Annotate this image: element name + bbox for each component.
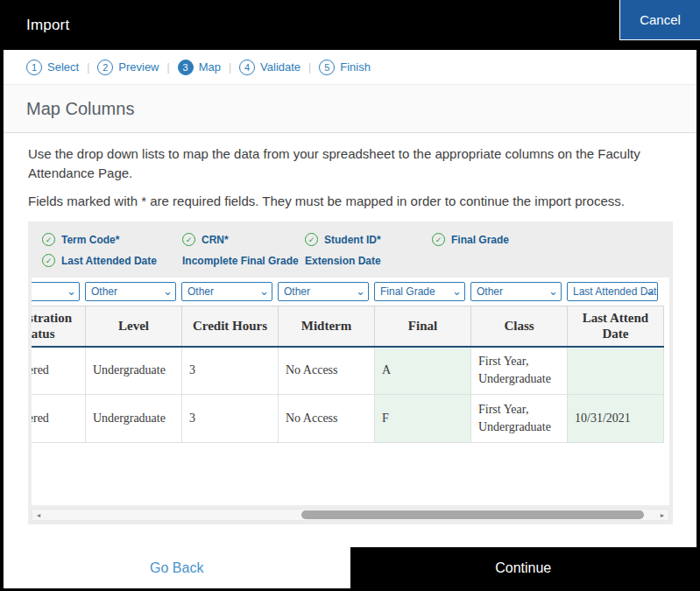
table-cell: No Access — [279, 347, 375, 395]
table-row: Registered Undergraduate 3 No Access A F… — [32, 347, 664, 395]
scrollbar-thumb[interactable] — [301, 510, 644, 519]
column-map-dropdown-1[interactable]: ⌄ — [32, 282, 80, 301]
preview-table: Registration Status Level Credit Hours M… — [32, 306, 664, 443]
table-cell: Undergraduate — [86, 395, 182, 443]
column-header: Last Attend Date — [568, 306, 664, 347]
table-header-row: Registration Status Level Credit Hours M… — [32, 306, 664, 347]
titlebar: Import Cancel — [0, 0, 700, 50]
chevron-down-icon: ⌄ — [452, 285, 462, 298]
horizontal-scrollbar[interactable]: ◄ ► — [32, 509, 669, 521]
step-divider: | — [308, 61, 311, 74]
step-divider: | — [87, 61, 89, 74]
dialog-body: 1 Select | 2 Preview | 3 Map | 4 Validat… — [4, 50, 696, 588]
scrolled-content: ⌄ Other ⌄ Other ⌄ Other ⌄ — [32, 278, 663, 443]
cancel-button[interactable]: Cancel — [619, 0, 700, 40]
step-select[interactable]: 1 Select — [26, 60, 79, 75]
column-map-dropdown-5[interactable]: Final Grade ⌄ — [374, 282, 465, 301]
step-divider: | — [229, 61, 231, 74]
table-cell: Undergraduate — [86, 347, 182, 395]
step-preview[interactable]: 2 Preview — [97, 60, 159, 75]
dropdown-value: Other — [91, 285, 117, 298]
mapping-status-crn: ✓ CRN* — [182, 233, 305, 246]
column-map-dropdown-6[interactable]: Other ⌄ — [470, 282, 562, 301]
instruction-paragraph: Fields marked with * are required fields… — [28, 192, 672, 211]
mapping-status-label: Incomplete Final Grade — [182, 255, 299, 267]
column-map-dropdown-7[interactable]: Last Attended Date ⌄ — [567, 282, 658, 301]
step-label: Select — [47, 60, 79, 74]
chevron-down-icon: ⌄ — [67, 285, 76, 298]
table-cell: Registered — [32, 395, 86, 443]
check-icon: ✓ — [432, 233, 445, 246]
column-map-dropdown-2[interactable]: Other ⌄ — [85, 282, 176, 301]
table-row: Registered Undergraduate 3 No Access F F… — [32, 395, 664, 443]
table-cell: 3 — [182, 395, 279, 443]
table-cell: F — [375, 395, 471, 443]
import-dialog: Import Cancel 1 Select | 2 Preview | 3 M… — [0, 0, 700, 591]
check-icon: ✓ — [182, 233, 195, 246]
step-validate[interactable]: 4 Validate — [239, 60, 301, 75]
wizard-steps: 1 Select | 2 Preview | 3 Map | 4 Validat… — [4, 50, 696, 85]
scroll-right-icon[interactable]: ► — [656, 510, 668, 520]
mapping-status-term-code: ✓ Term Code* — [42, 233, 182, 246]
column-header: Midterm — [279, 306, 375, 347]
mapping-status-last-attended-date: ✓ Last Attended Date — [42, 254, 182, 267]
mapping-status-student-id: ✓ Student ID* — [305, 233, 432, 246]
step-finish[interactable]: 5 Finish — [319, 60, 371, 75]
step-divider: | — [167, 61, 170, 74]
mapping-status: ✓ Term Code* ✓ CRN* ✓ Student ID* ✓ Fina… — [28, 222, 673, 278]
continue-button[interactable]: Continue — [350, 547, 697, 588]
column-header: Registration Status — [32, 306, 86, 347]
step-label: Preview — [118, 60, 159, 74]
go-back-button[interactable]: Go Back — [4, 547, 350, 588]
table-cell — [568, 347, 664, 395]
mapping-status-label: CRN* — [202, 234, 229, 246]
check-icon: ✓ — [42, 254, 55, 267]
mapping-status-extension-date: Extension Date — [305, 254, 432, 267]
mapping-status-label: Final Grade — [451, 234, 509, 246]
column-header: Final — [375, 306, 471, 347]
mapping-status-final-grade: ✓ Final Grade — [432, 233, 664, 246]
check-icon: ✓ — [42, 233, 55, 246]
chevron-down-icon: ⌄ — [645, 285, 654, 298]
step-map[interactable]: 3 Map — [178, 60, 221, 75]
column-header: Class — [471, 306, 568, 347]
column-map-row: ⌄ Other ⌄ Other ⌄ Other ⌄ — [32, 278, 663, 306]
mapping-status-label: Student ID* — [324, 234, 381, 246]
mapping-status-label: Extension Date — [305, 255, 381, 267]
instruction-paragraph: Use the drop down lists to map the data … — [28, 144, 672, 183]
table-cell: No Access — [279, 395, 375, 443]
table-cell: 10/31/2021 — [568, 395, 664, 443]
column-header: Credit Hours — [182, 306, 279, 347]
column-map-dropdown-4[interactable]: Other ⌄ — [278, 282, 369, 301]
dropdown-value: Other — [187, 285, 214, 298]
check-icon: ✓ — [305, 233, 318, 246]
table-cell: Registered — [32, 347, 86, 395]
table-cell: First Year, Undergraduate — [471, 347, 568, 395]
instructions: Use the drop down lists to map the data … — [4, 133, 696, 220]
step-label: Validate — [260, 60, 301, 74]
mapping-status-label: Term Code* — [61, 234, 119, 246]
scroll-left-icon[interactable]: ◄ — [32, 510, 45, 520]
chevron-down-icon: ⌄ — [259, 285, 269, 298]
mapping-status-incomplete-final-grade: Incomplete Final Grade — [182, 254, 305, 267]
column-header: Level — [86, 306, 182, 347]
scrollbar-track[interactable] — [45, 510, 656, 520]
step-number: 2 — [97, 60, 113, 75]
chevron-down-icon: ⌄ — [548, 285, 558, 298]
table-cell: A — [375, 347, 471, 395]
table-cell: 3 — [182, 347, 279, 395]
page-title-bar: Map Columns — [4, 85, 696, 133]
step-number: 1 — [26, 60, 42, 75]
dialog-title: Import — [26, 17, 69, 34]
dropdown-value: Final Grade — [380, 285, 435, 298]
column-map-dropdown-3[interactable]: Other ⌄ — [181, 282, 272, 301]
preview-viewport: ⌄ Other ⌄ Other ⌄ Other ⌄ — [32, 278, 669, 505]
chevron-down-icon: ⌄ — [356, 285, 365, 298]
dropdown-value: Other — [284, 285, 310, 298]
mapping-status-label: Last Attended Date — [61, 255, 157, 267]
chevron-down-icon: ⌄ — [163, 285, 173, 298]
step-label: Map — [199, 60, 221, 74]
step-number: 3 — [178, 60, 194, 75]
step-number: 5 — [319, 60, 335, 75]
step-number: 4 — [239, 60, 255, 75]
